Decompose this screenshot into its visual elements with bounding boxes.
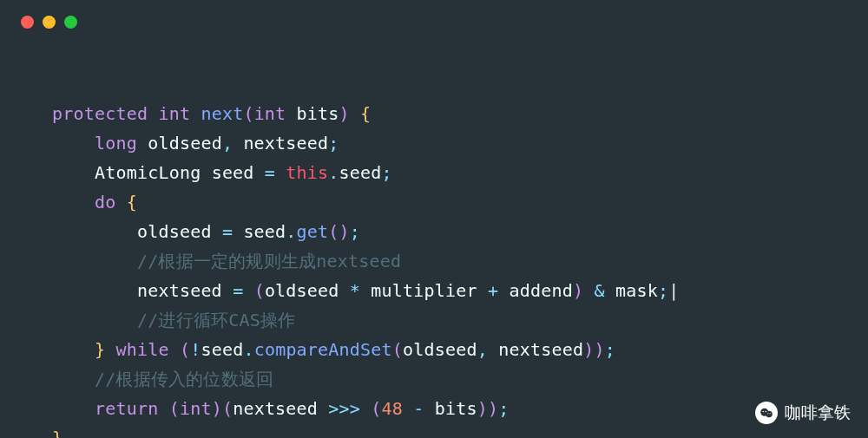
method-next: next — [201, 103, 243, 124]
code-line: protected int next(int bits) { — [52, 103, 371, 124]
code-line: } — [52, 428, 62, 438]
code-line: } while (!seed.compareAndSet(oldseed, ne… — [52, 339, 615, 360]
comment: //进行循环CAS操作 — [137, 310, 295, 330]
keyword-this: this — [286, 162, 328, 183]
type-atomiclong: AtomicLong — [95, 162, 201, 183]
code-editor-window: protected int next(int bits) { long olds… — [0, 0, 868, 438]
wechat-icon — [755, 402, 778, 424]
keyword-return: return — [95, 398, 158, 419]
param-bits: bits — [297, 103, 339, 124]
type-int: int — [180, 398, 212, 419]
method-compareandset: compareAndSet — [254, 339, 392, 360]
code-line: nextseed = (oldseed * multiplier + adden… — [52, 280, 679, 301]
keyword-do: do — [95, 192, 115, 212]
type-int: int — [158, 103, 190, 124]
code-line: oldseed = seed.get(); — [52, 221, 360, 242]
code-line: long oldseed, nextseed; — [52, 133, 339, 154]
code-line: return (int)(nextseed >>> (48 - bits)); — [52, 398, 510, 419]
code-line: do { — [52, 192, 137, 212]
number-literal: 48 — [382, 398, 403, 419]
zoom-icon[interactable] — [64, 16, 77, 29]
type-long: long — [95, 133, 137, 154]
comment: //根据一定的规则生成nextseed — [137, 251, 401, 271]
svg-point-1 — [766, 411, 773, 418]
watermark: 咖啡拿铁 — [755, 402, 851, 424]
code-line: AtomicLong seed = this.seed; — [52, 162, 392, 183]
keyword-protected: protected — [52, 103, 148, 124]
window-traffic-lights — [21, 16, 77, 29]
svg-point-2 — [763, 411, 765, 413]
close-icon[interactable] — [21, 16, 34, 29]
method-get: get — [297, 221, 329, 242]
code-line: //进行循环CAS操作 — [52, 310, 295, 330]
svg-point-5 — [770, 413, 771, 414]
comment: //根据传入的位数返回 — [95, 369, 273, 389]
svg-point-4 — [767, 413, 768, 414]
text-cursor: | — [668, 280, 679, 301]
svg-point-3 — [766, 411, 767, 413]
keyword-while: while — [115, 339, 168, 360]
watermark-text: 咖啡拿铁 — [785, 402, 851, 424]
type-int: int — [254, 103, 286, 124]
minimize-icon[interactable] — [43, 16, 56, 29]
code-line: //根据一定的规则生成nextseed — [52, 251, 401, 271]
code-block: protected int next(int bits) { long olds… — [52, 69, 679, 438]
code-line: //根据传入的位数返回 — [52, 369, 273, 389]
